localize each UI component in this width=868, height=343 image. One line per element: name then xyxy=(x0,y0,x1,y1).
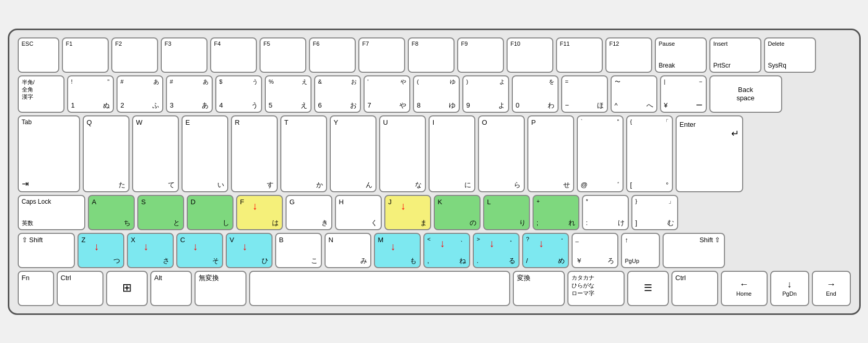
key-j[interactable]: J ま ↓ xyxy=(384,195,431,230)
key-semicolon[interactable]: + ; れ xyxy=(533,195,579,230)
key-close-bracket[interactable]: } 」 ] む xyxy=(631,195,678,230)
key-r[interactable]: R す xyxy=(231,115,278,192)
key-8[interactable]: ( ゆ 8 ゆ xyxy=(413,75,460,113)
key-9[interactable]: ) よ 9 よ xyxy=(462,75,509,113)
key-colon[interactable]: * : け xyxy=(582,195,629,230)
key-space[interactable] xyxy=(249,271,510,306)
key-p[interactable]: P せ xyxy=(527,115,574,192)
key-v[interactable]: V ひ ↓ xyxy=(226,233,273,268)
key-fn[interactable]: Fn xyxy=(18,271,54,306)
key-3[interactable]: # あ 3 あ xyxy=(166,75,213,113)
key-2[interactable]: # あ 2 ふ xyxy=(116,75,163,113)
key-f6[interactable]: F6 xyxy=(309,37,356,73)
key-b[interactable]: B こ xyxy=(275,233,322,268)
key-minus[interactable]: = − ほ xyxy=(561,75,608,113)
key-esc[interactable]: ESC xyxy=(18,37,59,73)
keyboard: ESC F1 F2 F3 F4 F5 F6 F7 F8 F9 F10 F11 F… xyxy=(8,29,861,315)
row-shift: ⇧ Shift Z つ ↓ X さ ↓ C そ ↓ V ひ ↓ B こ xyxy=(18,233,851,268)
key-7[interactable]: ' や 7 や xyxy=(364,75,410,113)
key-left-arrow[interactable]: ← Home xyxy=(721,271,768,306)
key-f1[interactable]: F1 xyxy=(62,37,109,73)
key-f2[interactable]: F2 xyxy=(111,37,158,73)
key-caret[interactable]: 〜 ^ へ xyxy=(611,75,657,113)
key-m[interactable]: M も ↓ xyxy=(374,233,421,268)
key-yen[interactable]: | − ¥ ー xyxy=(660,75,707,113)
key-period[interactable]: > 。 . る ↓ xyxy=(473,233,520,268)
key-backslash[interactable]: _ ￥ ろ xyxy=(572,233,618,268)
key-muhenkan[interactable]: 無変換 xyxy=(195,271,247,306)
key-ctrl-left[interactable]: Ctrl xyxy=(57,271,103,306)
key-insert[interactable]: Insert PrtScr xyxy=(709,37,761,73)
key-5[interactable]: % え 5 え xyxy=(265,75,312,113)
arrow-period: ↓ xyxy=(489,237,495,249)
key-f10[interactable]: F10 xyxy=(507,37,553,73)
key-capslock[interactable]: Caps Lock 英数 xyxy=(18,195,85,230)
key-esc-label: ESC xyxy=(22,41,34,47)
key-f11[interactable]: F11 xyxy=(556,37,603,73)
arrow-slash: ↓ xyxy=(539,237,544,249)
enter-spacer xyxy=(681,195,748,230)
key-f4[interactable]: F4 xyxy=(210,37,257,73)
key-t[interactable]: T か xyxy=(280,115,327,192)
key-4[interactable]: $ う 4 う xyxy=(215,75,262,113)
key-delete[interactable]: Delete SysRq xyxy=(764,37,816,73)
key-alt-left[interactable]: Alt xyxy=(150,271,192,306)
key-e[interactable]: E い xyxy=(182,115,228,192)
key-shift-right[interactable]: Shift ⇧ xyxy=(663,233,725,268)
key-g[interactable]: G き xyxy=(286,195,332,230)
key-6[interactable]: & お 6 お xyxy=(314,75,361,113)
key-backspace[interactable]: Backspace xyxy=(709,75,782,113)
key-w[interactable]: W て xyxy=(132,115,179,192)
key-ctrl-right[interactable]: Ctrl xyxy=(671,271,718,306)
key-down-pgdn[interactable]: ↓ PgDn xyxy=(770,271,809,306)
key-open-bracket[interactable]: { 「 [ ° xyxy=(626,115,673,192)
key-f12[interactable]: F12 xyxy=(605,37,652,73)
key-pause[interactable]: Pause Break xyxy=(655,37,707,73)
key-f3[interactable]: F3 xyxy=(161,37,208,73)
windows-icon: ⊞ xyxy=(122,281,132,295)
key-enter[interactable]: Enter ↵ xyxy=(676,115,743,192)
key-f5[interactable]: F5 xyxy=(260,37,306,73)
key-i[interactable]: I に xyxy=(429,115,475,192)
key-n[interactable]: N み xyxy=(325,233,371,268)
key-x[interactable]: X さ ↓ xyxy=(127,233,174,268)
key-a[interactable]: A ち xyxy=(88,195,135,230)
key-s[interactable]: S と xyxy=(137,195,184,230)
key-pgup[interactable]: ↑ PgUp xyxy=(621,233,660,268)
arrow-c: ↓ xyxy=(193,240,198,253)
key-k[interactable]: K の xyxy=(434,195,481,230)
menu-icon: ☰ xyxy=(644,283,652,294)
arrow-x: ↓ xyxy=(144,240,149,253)
key-c[interactable]: C そ ↓ xyxy=(176,233,223,268)
key-at[interactable]: ` " @ ゛ xyxy=(577,115,624,192)
key-hankaku[interactable]: 半角/全角漢字 xyxy=(18,75,64,113)
key-z[interactable]: Z つ ↓ xyxy=(77,233,124,268)
key-f8[interactable]: F8 xyxy=(408,37,455,73)
arrow-z: ↓ xyxy=(94,240,99,253)
key-h[interactable]: H く xyxy=(335,195,382,230)
key-comma[interactable]: < 、 , ね ↓ xyxy=(423,233,470,268)
key-katakana[interactable]: カタカナひらがなローマ字 xyxy=(567,271,625,306)
key-0[interactable]: を 0 わ xyxy=(512,75,559,113)
row-homerow: Caps Lock 英数 A ち S と D し F は ↓ G き xyxy=(18,195,851,230)
row-qwerty: Tab ⇥ Q た W て E い R す T か xyxy=(18,115,851,192)
key-menu[interactable]: ☰ xyxy=(627,271,669,306)
key-d[interactable]: D し xyxy=(187,195,234,230)
key-right-end[interactable]: → End xyxy=(812,271,851,306)
key-q[interactable]: Q た xyxy=(83,115,129,192)
key-f9[interactable]: F9 xyxy=(457,37,504,73)
key-f[interactable]: F は ↓ xyxy=(236,195,283,230)
key-shift-left[interactable]: ⇧ Shift xyxy=(18,233,75,268)
arrow-m: ↓ xyxy=(391,240,396,253)
key-u[interactable]: U な xyxy=(379,115,426,192)
key-l[interactable]: L り xyxy=(483,195,530,230)
key-tab[interactable]: Tab ⇥ xyxy=(18,115,80,192)
key-slash[interactable]: ? ・ / め ↓ xyxy=(522,233,569,268)
key-1[interactable]: ! " 1 ぬ xyxy=(67,75,114,113)
row-bottom: Fn Ctrl ⊞ Alt 無変換 変換 カタカナひらがなローマ字 ☰ Ctrl xyxy=(18,271,851,306)
key-o[interactable]: O ら xyxy=(478,115,525,192)
key-win[interactable]: ⊞ xyxy=(106,271,148,306)
key-y[interactable]: Y ん xyxy=(330,115,377,192)
key-henkan[interactable]: 変換 xyxy=(513,271,565,306)
key-f7[interactable]: F7 xyxy=(358,37,405,73)
